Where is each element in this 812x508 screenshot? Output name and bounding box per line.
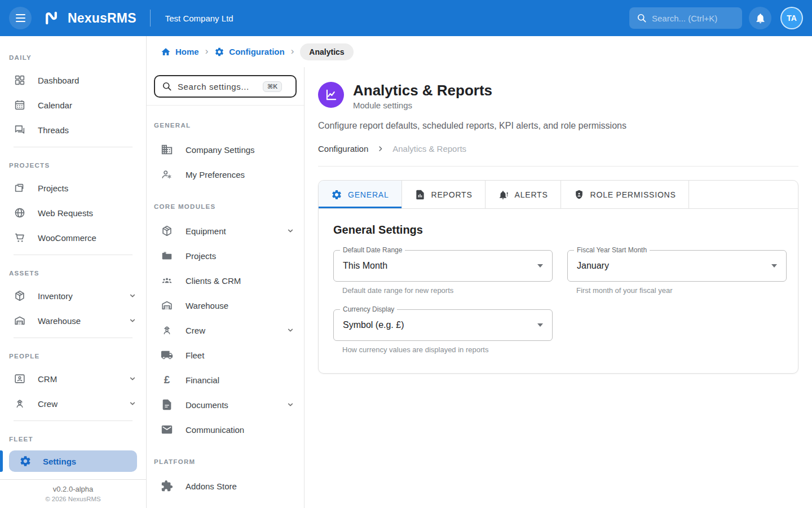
gear-icon bbox=[19, 455, 32, 467]
main-content: Analytics & Reports Module settings Conf… bbox=[304, 67, 812, 508]
hamburger-icon bbox=[16, 14, 25, 22]
pound-icon bbox=[161, 374, 173, 386]
sidebar-item-threads[interactable]: Threads bbox=[0, 117, 146, 142]
tab-label: ALERTS bbox=[515, 190, 548, 199]
settings-item-company-settings[interactable]: Company Settings bbox=[147, 137, 304, 162]
app-name: NexusRMS bbox=[68, 11, 136, 26]
settings-item-financial[interactable]: Financial bbox=[147, 367, 304, 392]
settings-item-crew[interactable]: Crew bbox=[147, 318, 304, 343]
tab-general[interactable]: GENERAL bbox=[319, 181, 402, 208]
dropdown-arrow-icon bbox=[771, 264, 777, 268]
section-title: General Settings bbox=[333, 224, 783, 237]
sidebar-item-projects[interactable]: Projects bbox=[0, 176, 146, 200]
field-helper: First month of your fiscal year bbox=[576, 286, 787, 295]
chevron-down-icon bbox=[127, 373, 138, 384]
sidebar-item-crm[interactable]: CRM bbox=[0, 366, 146, 391]
settings-item-fleet[interactable]: Fleet bbox=[147, 343, 304, 367]
settings-search[interactable]: ⌘K bbox=[154, 75, 297, 98]
notifications-button[interactable] bbox=[749, 7, 771, 29]
sidebar-item-warehouse[interactable]: Warehouse bbox=[0, 308, 146, 333]
bell-alert-icon bbox=[498, 189, 509, 200]
settings-sidebar: ⌘K GENERAL Company Settings My Preferenc… bbox=[147, 67, 304, 508]
field-helper: How currency values are displayed in rep… bbox=[342, 345, 553, 354]
settings-item-label: Clients & CRM bbox=[186, 276, 241, 286]
chevron-down-icon bbox=[285, 399, 296, 410]
settings-item-label: Financial bbox=[186, 375, 219, 385]
fiscal-year-start-month-select[interactable]: Fiscal Year Start Month January bbox=[567, 250, 787, 282]
tab-reports[interactable]: REPORTS bbox=[402, 181, 486, 208]
person-gear-icon bbox=[161, 168, 173, 181]
settings-item-clients-crm[interactable]: Clients & CRM bbox=[147, 268, 304, 293]
sidebar-item-label: CRM bbox=[38, 374, 57, 384]
folder-filled-icon bbox=[161, 249, 173, 262]
sidebar-item-label: Calendar bbox=[38, 100, 72, 110]
settings-item-documents[interactable]: Documents bbox=[147, 392, 304, 417]
settings-item-label: Projects bbox=[186, 251, 216, 261]
settings-item-equipment[interactable]: Equipment bbox=[147, 218, 304, 243]
settings-item-label: Warehouse bbox=[186, 301, 228, 310]
chevron-down-icon bbox=[127, 398, 138, 409]
sidebar-item-woocommerce[interactable]: WooCommerce bbox=[0, 225, 146, 250]
field-helper: Default date range for new reports bbox=[342, 286, 553, 295]
settings-item-projects[interactable]: Projects bbox=[147, 243, 304, 268]
module-breadcrumb-current: Analytics & Reports bbox=[392, 144, 466, 154]
breadcrumb: Home Configuration Analytics bbox=[147, 36, 812, 67]
chevron-right-icon bbox=[376, 144, 385, 154]
sidebar-item-settings[interactable]: Settings bbox=[9, 450, 137, 472]
puzzle-icon bbox=[161, 480, 173, 492]
settings-search-input[interactable] bbox=[178, 82, 258, 91]
sidebar-item-label: Crew bbox=[38, 399, 58, 409]
page-description: Configure report defaults, scheduled rep… bbox=[318, 121, 798, 131]
global-search-input[interactable] bbox=[652, 14, 736, 23]
sidebar-divider bbox=[14, 147, 133, 147]
sidebar-item-calendar[interactable]: Calendar bbox=[0, 93, 146, 117]
breadcrumb-configuration[interactable]: Configuration bbox=[214, 47, 284, 57]
version-label: v0.2.0-alpha bbox=[0, 485, 146, 493]
sidebar-item-dashboard[interactable]: Dashboard bbox=[0, 68, 146, 93]
sidebar-item-web-requests[interactable]: Web Requests bbox=[0, 200, 146, 225]
tab-role-permissions[interactable]: ROLE PERMISSIONS bbox=[561, 181, 689, 208]
document-icon bbox=[161, 398, 173, 411]
sidebar-item-label: Dashboard bbox=[38, 76, 79, 85]
header-divider bbox=[150, 10, 151, 27]
settings-item-label: Crew bbox=[186, 326, 205, 335]
avatar[interactable]: TA bbox=[780, 7, 803, 29]
main-sidebar: DAILY Dashboard Calendar Threads PROJECT… bbox=[0, 36, 147, 508]
breadcrumb-home-label: Home bbox=[175, 47, 199, 56]
menu-button[interactable] bbox=[9, 7, 32, 29]
global-search[interactable] bbox=[629, 7, 742, 29]
module-breadcrumb-parent[interactable]: Configuration bbox=[318, 144, 368, 154]
tab-bar: GENERAL REPORTS ALERTS ROLE PERMISS bbox=[319, 181, 798, 209]
breadcrumb-home[interactable]: Home bbox=[161, 47, 199, 57]
dashboard-icon bbox=[14, 74, 26, 86]
currency-display-select[interactable]: Currency Display Symbol (e.g. £) bbox=[333, 309, 553, 341]
field-label: Default Date Range bbox=[340, 246, 405, 254]
field-value: Symbol (e.g. £) bbox=[343, 320, 404, 330]
settings-item-label: Documents bbox=[186, 400, 228, 410]
default-date-range-select[interactable]: Default Date Range This Month bbox=[333, 250, 553, 282]
shield-icon bbox=[573, 189, 585, 200]
settings-item-communication[interactable]: Communication bbox=[147, 417, 304, 442]
tab-label: REPORTS bbox=[431, 190, 473, 199]
tab-alerts[interactable]: ALERTS bbox=[486, 181, 561, 208]
sidebar-item-label: Web Requests bbox=[38, 208, 93, 218]
sidebar-item-inventory[interactable]: Inventory bbox=[0, 283, 146, 308]
warehouse-icon bbox=[14, 314, 26, 327]
warehouse-icon bbox=[161, 299, 173, 312]
gear-icon bbox=[214, 47, 224, 57]
field-label: Currency Display bbox=[340, 305, 397, 313]
settings-item-my-preferences[interactable]: My Preferences bbox=[147, 162, 304, 187]
page-title: Analytics & Reports bbox=[353, 82, 492, 99]
settings-item-warehouse[interactable]: Warehouse bbox=[147, 293, 304, 318]
sidebar-item-crew[interactable]: Crew bbox=[0, 391, 146, 416]
settings-card: GENERAL REPORTS ALERTS ROLE PERMISS bbox=[318, 180, 798, 374]
settings-section-platform: PLATFORM bbox=[147, 442, 304, 474]
breadcrumb-separator bbox=[205, 46, 209, 57]
truck-icon bbox=[161, 349, 173, 361]
app-header: NexusRMS Test Company Ltd TA bbox=[0, 0, 812, 36]
tab-label: ROLE PERMISSIONS bbox=[590, 190, 676, 199]
settings-section-general: GENERAL bbox=[147, 106, 304, 137]
settings-item-addons-store[interactable]: Addons Store bbox=[147, 474, 304, 498]
module-breadcrumb: Configuration Analytics & Reports bbox=[318, 144, 798, 154]
settings-item-label: Company Settings bbox=[186, 145, 255, 155]
